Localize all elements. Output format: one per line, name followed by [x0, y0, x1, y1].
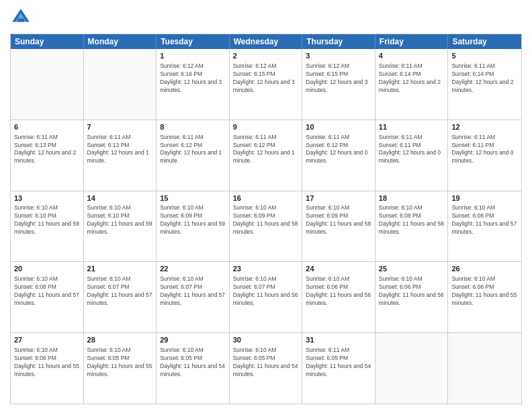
day-number: 4: [379, 51, 445, 61]
day-number: 24: [306, 264, 371, 274]
day-number: 10: [306, 122, 371, 132]
day-cell-20: 20Sunrise: 6:10 AM Sunset: 6:08 PM Dayli…: [11, 262, 84, 332]
day-number: 19: [451, 193, 518, 203]
day-number: 31: [306, 335, 371, 345]
day-cell-9: 9Sunrise: 6:11 AM Sunset: 6:12 PM Daylig…: [230, 120, 303, 191]
day-info: Sunrise: 6:10 AM Sunset: 6:09 PM Dayligh…: [306, 204, 371, 236]
empty-cell: [11, 49, 84, 120]
day-info: Sunrise: 6:10 AM Sunset: 6:08 PM Dayligh…: [451, 204, 518, 236]
day-number: 28: [87, 335, 153, 345]
day-info: Sunrise: 6:11 AM Sunset: 6:11 PM Dayligh…: [451, 134, 518, 166]
day-number: 17: [306, 193, 371, 203]
day-info: Sunrise: 6:10 AM Sunset: 6:08 PM Dayligh…: [379, 204, 445, 236]
empty-cell: [84, 49, 157, 120]
day-info: Sunrise: 6:12 AM Sunset: 6:15 PM Dayligh…: [233, 62, 299, 95]
day-cell-6: 6Sunrise: 6:11 AM Sunset: 6:13 PM Daylig…: [11, 120, 84, 191]
header-day-friday: Friday: [375, 34, 449, 49]
day-cell-8: 8Sunrise: 6:11 AM Sunset: 6:12 PM Daylig…: [157, 120, 230, 191]
day-number: 22: [160, 264, 226, 274]
day-cell-7: 7Sunrise: 6:11 AM Sunset: 6:13 PM Daylig…: [84, 120, 157, 191]
day-cell-12: 12Sunrise: 6:11 AM Sunset: 6:11 PM Dayli…: [448, 120, 521, 191]
day-info: Sunrise: 6:10 AM Sunset: 6:06 PM Dayligh…: [14, 347, 80, 379]
day-cell-17: 17Sunrise: 6:10 AM Sunset: 6:09 PM Dayli…: [302, 191, 375, 262]
day-info: Sunrise: 6:10 AM Sunset: 6:09 PM Dayligh…: [160, 204, 226, 236]
day-cell-5: 5Sunrise: 6:11 AM Sunset: 6:14 PM Daylig…: [448, 49, 521, 120]
day-cell-22: 22Sunrise: 6:10 AM Sunset: 6:07 PM Dayli…: [157, 262, 230, 332]
day-cell-21: 21Sunrise: 6:10 AM Sunset: 6:07 PM Dayli…: [84, 262, 157, 332]
day-cell-15: 15Sunrise: 6:10 AM Sunset: 6:09 PM Dayli…: [157, 191, 230, 262]
day-number: 2: [233, 51, 299, 61]
day-cell-14: 14Sunrise: 6:10 AM Sunset: 6:10 PM Dayli…: [84, 191, 157, 262]
day-number: 12: [451, 122, 518, 132]
day-info: Sunrise: 6:10 AM Sunset: 6:06 PM Dayligh…: [379, 275, 445, 308]
day-cell-25: 25Sunrise: 6:10 AM Sunset: 6:06 PM Dayli…: [375, 262, 449, 332]
day-info: Sunrise: 6:10 AM Sunset: 6:09 PM Dayligh…: [233, 204, 299, 236]
calendar-row-2: 6Sunrise: 6:11 AM Sunset: 6:13 PM Daylig…: [11, 120, 521, 191]
day-number: 1: [160, 51, 226, 61]
day-number: 23: [233, 264, 299, 274]
day-info: Sunrise: 6:10 AM Sunset: 6:05 PM Dayligh…: [160, 347, 226, 379]
day-info: Sunrise: 6:11 AM Sunset: 6:13 PM Dayligh…: [87, 134, 153, 166]
day-number: 27: [14, 335, 80, 345]
day-number: 9: [233, 122, 299, 132]
day-number: 6: [14, 122, 80, 132]
day-number: 7: [87, 122, 153, 132]
day-number: 8: [160, 122, 226, 132]
header-day-saturday: Saturday: [448, 34, 521, 49]
calendar-row-4: 20Sunrise: 6:10 AM Sunset: 6:08 PM Dayli…: [11, 261, 521, 332]
day-number: 21: [87, 264, 153, 274]
day-number: 25: [379, 264, 445, 274]
day-number: 29: [160, 335, 226, 345]
day-cell-31: 31Sunrise: 6:11 AM Sunset: 6:05 PM Dayli…: [302, 333, 375, 404]
day-number: 15: [160, 193, 226, 203]
calendar-row-5: 27Sunrise: 6:10 AM Sunset: 6:06 PM Dayli…: [11, 332, 521, 404]
day-info: Sunrise: 6:10 AM Sunset: 6:05 PM Dayligh…: [233, 347, 299, 379]
day-number: 30: [233, 335, 299, 345]
day-info: Sunrise: 6:10 AM Sunset: 6:08 PM Dayligh…: [14, 275, 80, 308]
calendar-row-1: 1Sunrise: 6:12 AM Sunset: 6:16 PM Daylig…: [11, 49, 521, 120]
day-cell-2: 2Sunrise: 6:12 AM Sunset: 6:15 PM Daylig…: [230, 49, 303, 120]
day-number: 20: [14, 264, 80, 274]
day-info: Sunrise: 6:12 AM Sunset: 6:15 PM Dayligh…: [306, 62, 371, 95]
day-info: Sunrise: 6:10 AM Sunset: 6:06 PM Dayligh…: [451, 275, 518, 308]
calendar-body: 1Sunrise: 6:12 AM Sunset: 6:16 PM Daylig…: [11, 49, 521, 404]
day-info: Sunrise: 6:12 AM Sunset: 6:16 PM Dayligh…: [160, 62, 226, 95]
day-cell-26: 26Sunrise: 6:10 AM Sunset: 6:06 PM Dayli…: [448, 262, 521, 332]
header-day-thursday: Thursday: [302, 34, 375, 49]
day-cell-10: 10Sunrise: 6:11 AM Sunset: 6:12 PM Dayli…: [302, 120, 375, 191]
day-cell-18: 18Sunrise: 6:10 AM Sunset: 6:08 PM Dayli…: [375, 191, 449, 262]
day-cell-30: 30Sunrise: 6:10 AM Sunset: 6:05 PM Dayli…: [230, 333, 303, 404]
day-info: Sunrise: 6:11 AM Sunset: 6:12 PM Dayligh…: [160, 134, 226, 166]
calendar-row-3: 13Sunrise: 6:10 AM Sunset: 6:10 PM Dayli…: [11, 191, 521, 262]
day-info: Sunrise: 6:10 AM Sunset: 6:07 PM Dayligh…: [87, 275, 153, 308]
day-cell-3: 3Sunrise: 6:12 AM Sunset: 6:15 PM Daylig…: [302, 49, 375, 120]
day-cell-24: 24Sunrise: 6:10 AM Sunset: 6:06 PM Dayli…: [302, 262, 375, 332]
day-cell-4: 4Sunrise: 6:11 AM Sunset: 6:14 PM Daylig…: [375, 49, 449, 120]
day-info: Sunrise: 6:11 AM Sunset: 6:12 PM Dayligh…: [306, 134, 371, 166]
day-info: Sunrise: 6:11 AM Sunset: 6:13 PM Dayligh…: [14, 134, 80, 166]
day-info: Sunrise: 6:11 AM Sunset: 6:12 PM Dayligh…: [233, 134, 299, 166]
header-day-monday: Monday: [84, 34, 157, 49]
day-info: Sunrise: 6:10 AM Sunset: 6:10 PM Dayligh…: [14, 204, 80, 236]
day-number: 11: [379, 122, 445, 132]
calendar-header: SundayMondayTuesdayWednesdayThursdayFrid…: [11, 34, 521, 49]
day-info: Sunrise: 6:11 AM Sunset: 6:11 PM Dayligh…: [379, 134, 445, 166]
day-cell-23: 23Sunrise: 6:10 AM Sunset: 6:07 PM Dayli…: [230, 262, 303, 332]
day-info: Sunrise: 6:10 AM Sunset: 6:05 PM Dayligh…: [87, 347, 153, 379]
day-cell-27: 27Sunrise: 6:10 AM Sunset: 6:06 PM Dayli…: [11, 333, 84, 404]
logo-icon: [10, 7, 32, 28]
page: SundayMondayTuesdayWednesdayThursdayFrid…: [0, 0, 532, 411]
header-day-tuesday: Tuesday: [157, 34, 230, 49]
day-cell-16: 16Sunrise: 6:10 AM Sunset: 6:09 PM Dayli…: [230, 191, 303, 262]
day-number: 16: [233, 193, 299, 203]
logo: [10, 7, 34, 28]
day-cell-19: 19Sunrise: 6:10 AM Sunset: 6:08 PM Dayli…: [448, 191, 521, 262]
day-info: Sunrise: 6:10 AM Sunset: 6:07 PM Dayligh…: [160, 275, 226, 308]
svg-rect-2: [17, 19, 24, 22]
day-info: Sunrise: 6:11 AM Sunset: 6:05 PM Dayligh…: [306, 347, 371, 379]
day-number: 3: [306, 51, 371, 61]
day-cell-28: 28Sunrise: 6:10 AM Sunset: 6:05 PM Dayli…: [84, 333, 157, 404]
empty-cell: [375, 333, 449, 404]
day-cell-11: 11Sunrise: 6:11 AM Sunset: 6:11 PM Dayli…: [375, 120, 449, 191]
day-info: Sunrise: 6:10 AM Sunset: 6:06 PM Dayligh…: [306, 275, 371, 308]
